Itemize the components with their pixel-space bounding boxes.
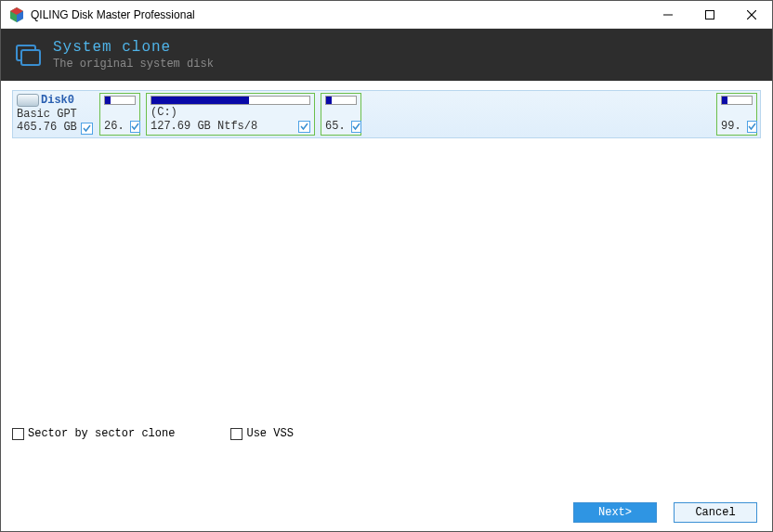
window-controls: [647, 1, 772, 28]
partitions-container: 26.(C:)127.69 GB Ntfs/865.99.: [97, 91, 760, 137]
sector-clone-checkbox[interactable]: [12, 428, 24, 440]
partition-info: 99.: [721, 120, 743, 133]
disk-row[interactable]: Disk0 Basic GPT 465.76 GB 26.(C:)127.69 …: [12, 90, 761, 138]
partition-label: (C:): [151, 106, 310, 119]
partition-usage-bar: [151, 96, 310, 105]
page-subtitle: The original system disk: [53, 58, 214, 71]
disk-info[interactable]: Disk0 Basic GPT 465.76 GB: [13, 91, 97, 137]
partition-1[interactable]: (C:)127.69 GB Ntfs/8: [146, 93, 315, 136]
partition-info: 65.: [325, 120, 347, 133]
disk-icon: [17, 94, 39, 107]
cancel-button[interactable]: Cancel: [674, 502, 757, 523]
use-vss-option[interactable]: Use VSS: [230, 427, 293, 440]
partition-2[interactable]: 65.: [321, 93, 361, 136]
disk-type: Basic GPT: [17, 108, 93, 121]
sector-clone-label: Sector by sector clone: [28, 427, 175, 440]
partition-checkbox[interactable]: [747, 121, 757, 133]
partition-info: 127.69 GB Ntfs/8: [151, 120, 257, 133]
minimize-button[interactable]: [647, 1, 688, 28]
page-header: System clone The original system disk: [1, 29, 772, 81]
maximize-button[interactable]: [688, 1, 730, 28]
partition-checkbox[interactable]: [130, 121, 140, 133]
disk-checkbox[interactable]: [81, 123, 93, 135]
partition-checkbox[interactable]: [351, 121, 361, 133]
disk-name: Disk0: [41, 94, 74, 107]
clone-options: Sector by sector clone Use VSS: [12, 427, 294, 440]
page-title: System clone: [53, 39, 214, 56]
titlebar: QILING Disk Master Professional: [1, 1, 772, 29]
footer: Next> Cancel: [1, 494, 772, 531]
use-vss-checkbox[interactable]: [230, 428, 242, 440]
svg-rect-8: [21, 50, 40, 65]
system-clone-icon: [14, 41, 42, 69]
partition-0[interactable]: 26.: [99, 93, 140, 136]
partition-usage-bar: [104, 96, 136, 105]
partition-usage-bar: [325, 96, 357, 105]
partition-checkbox[interactable]: [298, 121, 310, 133]
next-button[interactable]: Next>: [573, 502, 657, 523]
app-window: QILING Disk Master Professional System c…: [0, 0, 773, 532]
partition-usage-bar: [721, 96, 753, 105]
partition-info: 26.: [104, 120, 126, 133]
svg-rect-4: [705, 10, 714, 19]
main-area: Disk0 Basic GPT 465.76 GB 26.(C:)127.69 …: [1, 81, 772, 494]
use-vss-label: Use VSS: [246, 427, 293, 440]
app-title: QILING Disk Master Professional: [31, 8, 647, 21]
app-logo-icon: [8, 6, 25, 23]
partition-3[interactable]: 99.: [716, 93, 757, 136]
sector-clone-option[interactable]: Sector by sector clone: [12, 427, 175, 440]
close-button[interactable]: [730, 1, 772, 28]
